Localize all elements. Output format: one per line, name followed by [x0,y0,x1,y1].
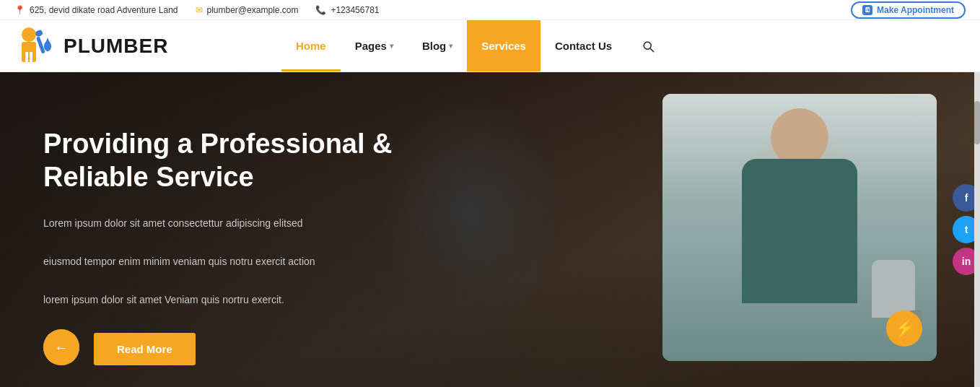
nav-blog[interactable]: Blog ▾ [408,20,467,71]
email-text: plumber@example.com [207,5,299,15]
phone-icon: 📞 [315,5,326,15]
logo-text: PLUMBER [64,35,168,58]
location-icon: 📍 [14,5,25,15]
hero-thumbnail: ⚡ [662,94,937,361]
scrollbar[interactable] [974,72,980,387]
hero-section: Providing a Professional &Reliable Servi… [0,72,980,387]
hero-content: Providing a Professional &Reliable Servi… [0,72,539,387]
nav-home[interactable]: Home [281,20,341,71]
top-bar-contact: 📍 625, devid dikate road Adventure Land … [14,5,379,15]
nav-pages[interactable]: Pages ▾ [341,20,408,71]
thumb-inner: ⚡ [662,94,937,361]
search-button[interactable] [626,20,670,71]
appointment-label: Make Appointment [877,5,954,15]
faucet-shape [872,260,915,318]
svg-rect-3 [30,52,32,62]
top-bar: 📍 625, devid dikate road Adventure Land … [0,0,980,20]
nav-contact[interactable]: Contact Us [541,20,626,71]
phone-text: +123456781 [331,5,379,15]
scroll-thumb [974,101,980,144]
person-body [742,159,857,303]
thumb-badge: ⚡ [886,310,922,347]
hero-title: Providing a Professional &Reliable Servi… [43,128,510,194]
search-icon [641,39,655,53]
nav-services[interactable]: Services [467,20,541,71]
pages-chevron: ▾ [390,42,393,50]
make-appointment-button[interactable]: 🗓 Make Appointment [851,1,966,19]
calendar-icon: 🗓 [862,5,872,15]
svg-rect-2 [25,52,28,62]
email-icon: ✉ [196,5,203,15]
prev-arrow-button[interactable]: ← [43,329,79,365]
logo-area: PLUMBER [0,20,281,71]
read-more-button[interactable]: Read More [94,333,196,365]
address-item: 📍 625, devid dikate road Adventure Land [14,5,178,15]
person-head [771,108,828,166]
email-item: ✉ plumber@example.com [196,5,299,15]
address-text: 625, devid dikate road Adventure Land [30,5,178,15]
blog-chevron: ▾ [449,42,452,50]
logo-icon [14,25,58,67]
svg-rect-4 [36,36,45,53]
navbar: PLUMBER Home Pages ▾ Blog ▾ Services Con… [0,20,980,72]
svg-rect-1 [22,42,36,62]
phone-item: 📞 +123456781 [315,5,379,15]
nav-links: Home Pages ▾ Blog ▾ Services Contact Us [281,20,980,71]
svg-marker-7 [44,38,51,46]
svg-point-0 [22,27,36,42]
hero-description: Lorem ipsum dolor sit amet consectettur … [43,214,346,310]
